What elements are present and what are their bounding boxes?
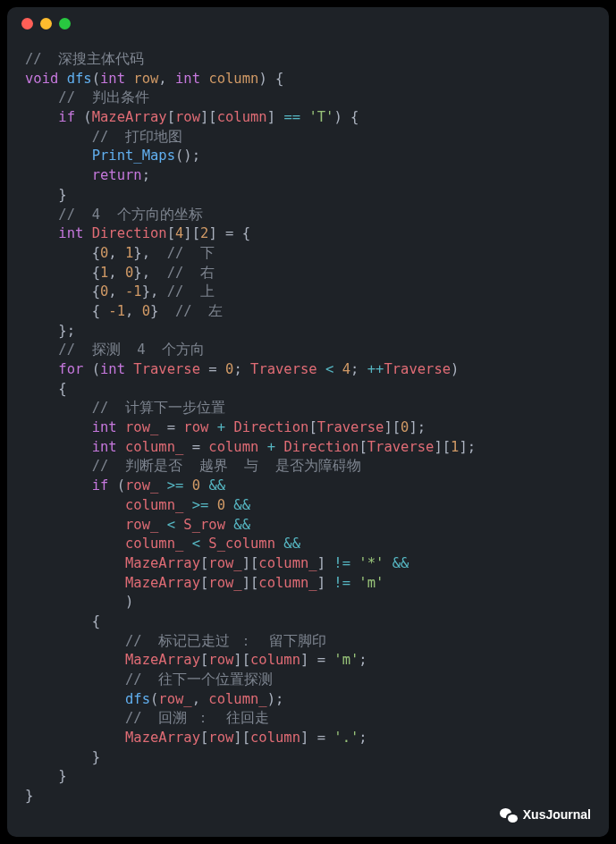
op-ge: >=: [167, 477, 184, 494]
var-row_: row_: [208, 575, 241, 591]
comment: // 下: [167, 245, 215, 261]
op-and: &&: [283, 536, 300, 552]
num: 1: [125, 245, 133, 261]
var-traverse: Traverse: [384, 361, 451, 377]
comment: // 4 个方向的坐标: [58, 207, 202, 223]
var-mazearray: MazeArray: [92, 109, 167, 125]
num: 0: [142, 303, 150, 319]
num: 4: [175, 225, 183, 241]
op-and: &&: [392, 555, 409, 571]
var-row_: row_: [125, 517, 158, 533]
comment: // 左: [175, 303, 223, 319]
keyword-void: void: [25, 71, 58, 87]
comment: // 判断是否 越界 与 是否为障碍物: [92, 458, 361, 474]
comment: // 计算下一步位置: [92, 400, 225, 416]
num: 4: [342, 361, 350, 377]
keyword-if: if: [92, 477, 109, 494]
var-column: column: [250, 652, 300, 668]
var-direction: Direction: [233, 419, 308, 435]
op-ne: !=: [333, 575, 350, 591]
var-mazearray: MazeArray: [125, 555, 200, 571]
var-column_: column_: [258, 555, 316, 571]
var-traverse: Traverse: [367, 439, 435, 455]
op-lt: <: [192, 536, 200, 552]
comment: // 回溯 ： 往回走: [125, 710, 269, 726]
type-int: int: [100, 71, 125, 87]
var-column_: column_: [125, 536, 183, 552]
type-int: int: [92, 419, 117, 435]
num: 0: [125, 265, 133, 281]
num: 0: [217, 497, 225, 513]
comment: // 探测 4 个方向: [58, 342, 205, 358]
comment: // 往下一个位置探测: [125, 671, 273, 688]
var-traverse: Traverse: [317, 419, 384, 435]
op-lt: <: [167, 517, 175, 533]
string-dot: '.': [333, 730, 359, 746]
var-column_: column_: [258, 575, 316, 591]
op-ne: !=: [333, 555, 350, 571]
var-column: column: [208, 439, 258, 455]
param-row: row: [133, 71, 158, 87]
var-column_: column_: [125, 439, 183, 455]
num: 1: [451, 439, 459, 455]
string-m: 'm': [333, 652, 359, 668]
op-plus: +: [217, 419, 225, 435]
num: 0: [225, 361, 233, 377]
num: 1: [100, 265, 108, 281]
watermark: XusJournal: [500, 806, 591, 824]
type-int: int: [175, 71, 200, 87]
var-mazearray: MazeArray: [125, 730, 200, 746]
var-row: row: [208, 652, 233, 668]
maximize-icon[interactable]: [59, 18, 71, 30]
keyword-if: if: [58, 109, 75, 125]
var-srow: S_row: [183, 517, 225, 533]
titlebar: [7, 7, 609, 39]
num: 0: [100, 245, 108, 261]
type-int: int: [58, 225, 83, 241]
comment: // 打印地图: [92, 129, 182, 145]
keyword-for: for: [58, 361, 83, 377]
var-column_: column_: [208, 691, 266, 707]
string-m: 'm': [359, 575, 384, 591]
minimize-icon[interactable]: [40, 18, 52, 30]
var-row: row: [208, 730, 233, 746]
op-and: &&: [208, 477, 225, 494]
func-dfs: dfs: [67, 71, 92, 87]
close-icon[interactable]: [21, 18, 33, 30]
var-column: column: [250, 730, 300, 746]
var-row: row: [175, 109, 200, 125]
op-inc: ++: [367, 361, 384, 377]
var-row_: row_: [158, 691, 191, 707]
var-row_: row_: [125, 419, 158, 435]
comment: // 标记已走过 ： 留下脚印: [125, 633, 326, 649]
var-mazearray: MazeArray: [125, 652, 200, 668]
num: -1: [125, 283, 142, 300]
var-direction: Direction: [283, 439, 359, 455]
string-t: 'T': [308, 109, 333, 125]
num: 0: [100, 283, 108, 300]
num: -1: [108, 303, 125, 319]
num: 2: [200, 225, 208, 241]
var-column_: column_: [125, 497, 183, 513]
watermark-text: XusJournal: [523, 806, 591, 824]
comment: // 上: [167, 283, 215, 300]
op-and: &&: [233, 497, 250, 513]
func-printmaps: Print_Maps: [92, 148, 175, 164]
op-eq: ==: [283, 109, 300, 125]
var-row: row: [183, 419, 208, 435]
var-scolumn: S_column: [208, 536, 275, 552]
var-column: column: [217, 109, 267, 125]
var-row_: row_: [125, 477, 158, 494]
num: 0: [192, 477, 200, 494]
string-star: '*': [359, 555, 384, 571]
var-row_: row_: [208, 555, 241, 571]
type-int: int: [100, 361, 125, 377]
code-content: // 深搜主体代码 void dfs(int row, int column) …: [7, 39, 609, 824]
func-dfs: dfs: [125, 691, 150, 707]
op-and: &&: [233, 517, 250, 533]
param-column: column: [208, 71, 258, 87]
var-traverse: Traverse: [250, 361, 317, 377]
op-lt: <: [325, 361, 333, 377]
code-window: // 深搜主体代码 void dfs(int row, int column) …: [7, 7, 609, 837]
var-direction: Direction: [92, 225, 167, 241]
